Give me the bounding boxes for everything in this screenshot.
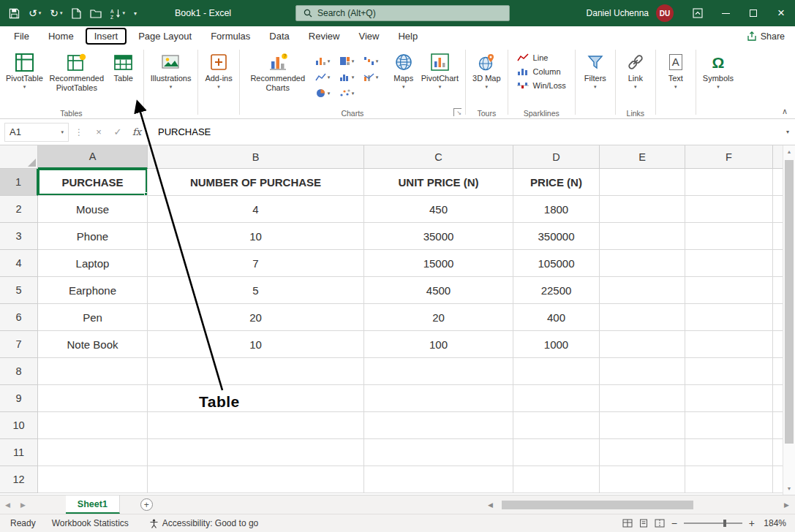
insert-pie-chart-button[interactable]: ▾	[314, 88, 338, 99]
cell-B8[interactable]	[148, 358, 364, 385]
vertical-scrollbar[interactable]: ▲ ▼	[783, 145, 795, 495]
customize-qat-button[interactable]: ▾	[134, 10, 137, 17]
search-input[interactable]: Search (Alt+Q)	[295, 5, 510, 21]
cell-A2[interactable]: Mouse	[38, 196, 148, 223]
cell-E11[interactable]	[600, 439, 685, 466]
cell-B7[interactable]: 10	[148, 331, 364, 358]
pivotchart-button[interactable]: PivotChart ▾	[419, 48, 461, 92]
new-file-button[interactable]	[72, 8, 81, 19]
cell-E12[interactable]	[600, 466, 685, 493]
accessibility-status-button[interactable]: Accessibility: Good to go	[149, 518, 258, 528]
cell-E4[interactable]	[600, 250, 685, 277]
cell-D11[interactable]	[513, 439, 600, 466]
horizontal-scrollbar-thumb[interactable]	[502, 501, 693, 509]
charts-dialog-launcher[interactable]: ↘	[453, 108, 461, 116]
confirm-entry-button[interactable]: ✓	[108, 126, 127, 137]
cell-B12[interactable]	[148, 466, 364, 493]
row-header-11[interactable]: 11	[0, 439, 38, 466]
cell-E3[interactable]	[600, 223, 685, 250]
cell-A8[interactable]	[38, 358, 148, 385]
cell-A12[interactable]	[38, 466, 148, 493]
insert-column-chart-button[interactable]: ▾	[314, 56, 338, 66]
cell-D2[interactable]: 1800	[513, 196, 600, 223]
cell-E5[interactable]	[600, 277, 685, 304]
tab-page-layout[interactable]: Page Layout	[129, 28, 201, 45]
zoom-level[interactable]: 184%	[761, 518, 786, 528]
formula-bar-value[interactable]: PURCHASE	[158, 126, 786, 137]
three-d-map-button[interactable]: 3D Map ▾	[470, 48, 503, 92]
sort-button[interactable]: AZ ▾	[110, 8, 126, 19]
cell-D7[interactable]: 1000	[513, 331, 600, 358]
cell-B3[interactable]: 10	[148, 223, 364, 250]
insert-line-chart-button[interactable]: ▾	[314, 72, 338, 83]
previous-sheet-button[interactable]: ◀	[0, 501, 15, 509]
cell-B2[interactable]: 4	[148, 196, 364, 223]
scroll-down-button[interactable]: ▼	[783, 482, 795, 495]
filters-button[interactable]: Filters ▾	[580, 48, 611, 92]
cell-A11[interactable]	[38, 439, 148, 466]
tab-review[interactable]: Review	[299, 28, 350, 45]
cell-A4[interactable]: Laptop	[38, 250, 148, 277]
zoom-slider-thumb[interactable]	[723, 520, 726, 527]
zoom-out-button[interactable]: −	[671, 518, 677, 528]
cell-F2[interactable]	[685, 196, 773, 223]
cell-C10[interactable]	[364, 412, 513, 439]
undo-button[interactable]: ↺▾	[29, 7, 41, 19]
recommended-charts-button[interactable]: ? Recommended Charts	[244, 48, 312, 96]
cell-E6[interactable]	[600, 304, 685, 331]
column-header-B[interactable]: B	[148, 145, 364, 169]
tab-view[interactable]: View	[349, 28, 388, 45]
sheet-tab-sheet1[interactable]: Sheet1	[66, 495, 120, 514]
cell-A5[interactable]: Earphone	[38, 277, 148, 304]
cell-C12[interactable]	[364, 466, 513, 493]
cell-E8[interactable]	[600, 358, 685, 385]
row-header-2[interactable]: 2	[0, 196, 38, 223]
cell-E2[interactable]	[600, 196, 685, 223]
maximize-button[interactable]	[739, 0, 767, 26]
cell-C8[interactable]	[364, 358, 513, 385]
cell-C9[interactable]	[364, 385, 513, 412]
insert-waterfall-chart-button[interactable]: ▾	[362, 56, 386, 66]
new-sheet-button[interactable]: +	[140, 498, 153, 511]
user-name[interactable]: Daniel Uchenna	[587, 8, 649, 18]
ribbon-display-options-button[interactable]	[684, 0, 712, 26]
row-header-9[interactable]: 9	[0, 385, 38, 412]
cell-C2[interactable]: 450	[364, 196, 513, 223]
cell-D8[interactable]	[513, 358, 600, 385]
share-button[interactable]: Share	[747, 31, 785, 42]
cell-A1[interactable]: PURCHASE	[38, 169, 148, 196]
text-button[interactable]: A Text ▾	[660, 48, 691, 92]
fill-handle[interactable]	[144, 192, 148, 196]
zoom-slider[interactable]	[684, 522, 742, 524]
cell-E1[interactable]	[600, 169, 685, 196]
win-loss-sparkline-button[interactable]: Win/Loss	[513, 78, 570, 92]
cell-A6[interactable]: Pen	[38, 304, 148, 331]
table-button[interactable]: Table	[108, 48, 139, 86]
cell-B9[interactable]	[148, 385, 364, 412]
cell-F8[interactable]	[685, 358, 773, 385]
cell-A9[interactable]	[38, 385, 148, 412]
row-header-7[interactable]: 7	[0, 331, 38, 358]
cell-A7[interactable]: Note Book	[38, 331, 148, 358]
column-header-F[interactable]: F	[685, 145, 773, 169]
row-header-10[interactable]: 10	[0, 412, 38, 439]
row-header-6[interactable]: 6	[0, 304, 38, 331]
cell-B6[interactable]: 20	[148, 304, 364, 331]
horizontal-scrollbar[interactable]: ◀ ▶	[485, 499, 777, 510]
column-header-D[interactable]: D	[513, 145, 600, 169]
save-button[interactable]	[9, 8, 20, 19]
line-sparkline-button[interactable]: Line	[513, 50, 570, 64]
cell-D1[interactable]: PRICE (N)	[513, 169, 600, 196]
cell-F11[interactable]	[685, 439, 773, 466]
insert-scatter-chart-button[interactable]: ▾	[338, 88, 362, 99]
cell-C4[interactable]: 15000	[364, 250, 513, 277]
tab-help[interactable]: Help	[388, 28, 427, 45]
row-header-8[interactable]: 8	[0, 358, 38, 385]
cell-F12[interactable]	[685, 466, 773, 493]
cell-A3[interactable]: Phone	[38, 223, 148, 250]
avatar[interactable]: DU	[656, 4, 674, 22]
scroll-up-button[interactable]: ▲	[783, 145, 795, 158]
vertical-scrollbar-thumb[interactable]	[785, 160, 794, 444]
column-header-C[interactable]: C	[364, 145, 513, 169]
select-all-corner[interactable]	[0, 145, 38, 169]
